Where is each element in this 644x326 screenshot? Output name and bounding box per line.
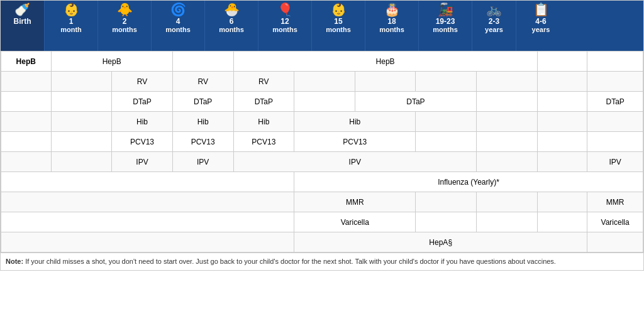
12mo-icon: 🎈 [277, 3, 293, 16]
dtap-2mo: DTaP [112, 92, 173, 112]
header-row: 🍼 Birth 👶 1 month 🐥 2 months 🌀 4 months … [1, 1, 643, 51]
pcv13-6mo: PCV13 [233, 132, 294, 152]
mmr-empty [1, 192, 294, 212]
rv-2mo: RV [112, 72, 173, 92]
18mo-num: 18 [387, 17, 396, 26]
dtap-23yr [537, 92, 587, 112]
pcv13-23yr [537, 132, 587, 152]
ipv-6mo-15mo: IPV [233, 152, 477, 172]
header-birth: 🍼 Birth [1, 1, 45, 51]
varicella-18mo [416, 212, 477, 232]
hib-18mo [416, 112, 477, 132]
dtap-6mo: DTaP [233, 92, 294, 112]
6mo-num: 6 [230, 17, 234, 26]
23yr-num: 2-3 [489, 17, 499, 26]
mmr-12mo-15mo: MMR [294, 192, 416, 212]
rv-15mo [355, 72, 416, 92]
46yr-num: 4-6 [535, 17, 546, 26]
46yr-label: years [532, 26, 550, 34]
rv-4mo: RV [172, 72, 233, 92]
dtap-12mo [294, 92, 355, 112]
header-1mo: 👶 1 month [45, 1, 98, 51]
mmr-18mo [416, 192, 477, 212]
birth-icon: 🍼 [14, 3, 30, 16]
hepb-46yr [587, 52, 643, 72]
hib-6mo: Hib [233, 112, 294, 132]
ipv-birth [1, 152, 52, 172]
18mo-label: months [379, 26, 404, 34]
2mo-num: 2 [123, 17, 127, 26]
rv-12mo [294, 72, 355, 92]
table-row: RV RV RV [1, 72, 643, 92]
1mo-num: 1 [69, 17, 74, 26]
ipv-1923mo [477, 152, 538, 172]
hepb-6mo-18mo: HepB [233, 52, 537, 72]
15mo-num: 15 [334, 17, 342, 26]
pcv13-1mo [51, 132, 112, 152]
varicella-23yr [537, 212, 587, 232]
table-row: HepB HepB HepB [1, 52, 643, 72]
pcv13-birth [1, 132, 52, 152]
note-bold: Note: [6, 258, 23, 265]
table-row: IPV IPV IPV IPV [1, 152, 643, 172]
table-row: HepA§ [1, 232, 643, 253]
pcv13-4mo: PCV13 [172, 132, 233, 152]
rv-birth [1, 72, 52, 92]
ipv-2mo: IPV [112, 152, 173, 172]
hepb-4mo [172, 52, 233, 72]
header-1923mo: 🚂 19-23 months [419, 1, 472, 51]
hepb-1mo-2mo: HepB [51, 52, 172, 72]
hepb-label: HepB [1, 52, 52, 72]
varicella-empty [1, 212, 294, 232]
hib-1923mo [477, 112, 538, 132]
varicella-46yr: Varicella [587, 212, 643, 232]
hib-2mo: Hib [112, 112, 173, 132]
4mo-label: months [165, 26, 191, 34]
table-row: DTaP DTaP DTaP DTaP DTaP [1, 92, 643, 112]
ipv-4mo: IPV [172, 152, 233, 172]
hepb-23yr [537, 52, 587, 72]
rv-18mo [416, 72, 477, 92]
header-23yr: 🚲 2-3 years [472, 1, 516, 51]
dtap-15mo-18mo: DTaP [355, 92, 476, 112]
hepa-empty [1, 232, 294, 253]
vaccine-schedule: 🍼 Birth 👶 1 month 🐥 2 months 🌀 4 months … [0, 0, 644, 271]
12mo-label: months [272, 26, 297, 34]
header-2mo: 🐥 2 months [98, 1, 152, 51]
header-46yr: 📋 4-6 years [516, 1, 565, 51]
pcv13-12mo-15mo: PCV13 [294, 132, 416, 152]
varicella-12mo-15mo: Varicella [294, 212, 416, 232]
rv-23yr [537, 72, 587, 92]
hepa-23yr [587, 232, 643, 253]
mmr-1923mo [477, 192, 538, 212]
pcv13-1923mo [477, 132, 538, 152]
1923mo-num: 19-23 [436, 17, 455, 26]
footnote: Note: If your child misses a shot, you d… [1, 253, 643, 270]
dtap-4mo: DTaP [172, 92, 233, 112]
rv-46yr [587, 72, 643, 92]
12mo-num: 12 [280, 17, 289, 26]
header-15mo: 👶 15 months [312, 1, 365, 51]
hib-46yr [587, 112, 643, 132]
6mo-label: months [219, 26, 244, 34]
15mo-icon: 👶 [331, 3, 347, 16]
dtap-birth [1, 92, 52, 112]
1923mo-label: months [433, 26, 458, 34]
ipv-23yr [537, 152, 587, 172]
hib-birth [1, 112, 52, 132]
4mo-num: 4 [176, 17, 180, 26]
ipv-46yr: IPV [587, 152, 643, 172]
influenza-range: Influenza (Yearly)* [294, 172, 643, 192]
header-12mo: 🎈 12 months [258, 1, 312, 51]
table-row: Influenza (Yearly)* [1, 172, 643, 192]
influenza-empty [1, 172, 294, 192]
rv-1923mo [477, 72, 538, 92]
pcv13-18mo [416, 132, 477, 152]
dtap-46yr: DTaP [587, 92, 643, 112]
header-4mo: 🌀 4 months [152, 1, 205, 51]
23yr-icon: 🚲 [486, 3, 502, 16]
header-6mo: 🐣 6 months [205, 1, 258, 51]
pcv13-2mo: PCV13 [112, 132, 173, 152]
rv-6mo: RV [233, 72, 294, 92]
mmr-23yr [537, 192, 587, 212]
